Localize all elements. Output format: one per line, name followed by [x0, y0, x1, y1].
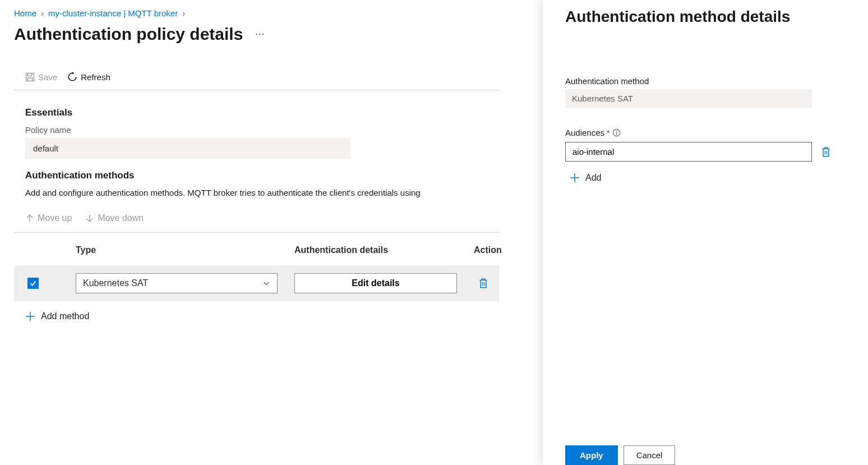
- cancel-button[interactable]: Cancel: [624, 445, 676, 465]
- type-dropdown[interactable]: Kubernetes SAT: [76, 273, 278, 293]
- add-audience-button[interactable]: Add: [565, 173, 846, 183]
- arrow-down-icon: [85, 214, 94, 223]
- table-header: Type Authentication details Action: [14, 233, 499, 265]
- crumb-home[interactable]: Home: [14, 8, 36, 18]
- info-icon[interactable]: [612, 128, 621, 137]
- policy-name-label: Policy name: [14, 125, 499, 135]
- trash-icon[interactable]: [821, 146, 831, 158]
- save-button[interactable]: Save: [25, 72, 57, 82]
- breadcrumb: Home › my-cluster-instance | MQTT broker…: [14, 8, 499, 18]
- move-down-button[interactable]: Move down: [85, 213, 144, 223]
- trash-icon[interactable]: [478, 278, 488, 289]
- essentials-heading: Essentials: [14, 107, 499, 118]
- edit-details-button[interactable]: Edit details: [294, 273, 457, 293]
- save-icon: [25, 72, 35, 82]
- move-up-label: Move up: [38, 213, 72, 223]
- panel-title: Authentication method details: [565, 8, 846, 26]
- svg-point-2: [616, 131, 617, 132]
- method-label: Authentication method: [565, 76, 846, 86]
- required-indicator: *: [607, 128, 610, 137]
- arrow-up-icon: [25, 214, 34, 223]
- ellipsis-icon[interactable]: ···: [255, 30, 265, 39]
- move-down-label: Move down: [98, 213, 144, 223]
- audience-input[interactable]: [565, 142, 812, 162]
- apply-button[interactable]: Apply: [565, 445, 618, 465]
- col-action: Action: [474, 245, 524, 255]
- type-value: Kubernetes SAT: [83, 278, 148, 288]
- details-panel: Authentication method details Authentica…: [543, 0, 868, 465]
- chevron-down-icon: [262, 279, 270, 287]
- add-method-button[interactable]: Add method: [14, 301, 499, 332]
- page-title: Authentication policy details: [14, 25, 243, 44]
- refresh-label: Refresh: [81, 72, 110, 82]
- auth-methods-heading: Authentication methods: [14, 170, 499, 181]
- auth-methods-description: Add and configure authentication methods…: [14, 188, 499, 197]
- save-label: Save: [38, 72, 57, 82]
- col-type: Type: [76, 245, 294, 255]
- plus-icon: [570, 173, 580, 183]
- add-method-label: Add method: [41, 311, 89, 321]
- method-input: [565, 89, 812, 108]
- chevron-right-icon: ›: [41, 8, 44, 18]
- add-label: Add: [585, 173, 601, 183]
- move-up-button[interactable]: Move up: [25, 213, 72, 223]
- refresh-icon: [67, 72, 77, 82]
- table-row: Kubernetes SAT Edit details: [14, 265, 499, 301]
- plus-icon: [25, 311, 35, 321]
- chevron-right-icon: ›: [182, 8, 185, 18]
- col-details: Authentication details: [294, 245, 474, 255]
- refresh-button[interactable]: Refresh: [67, 72, 110, 82]
- row-checkbox[interactable]: [27, 278, 39, 289]
- policy-name-input: [25, 138, 350, 159]
- crumb-cluster[interactable]: my-cluster-instance | MQTT broker: [48, 8, 178, 18]
- toolbar: Save Refresh: [14, 72, 499, 90]
- audiences-label: Audiences: [565, 128, 604, 137]
